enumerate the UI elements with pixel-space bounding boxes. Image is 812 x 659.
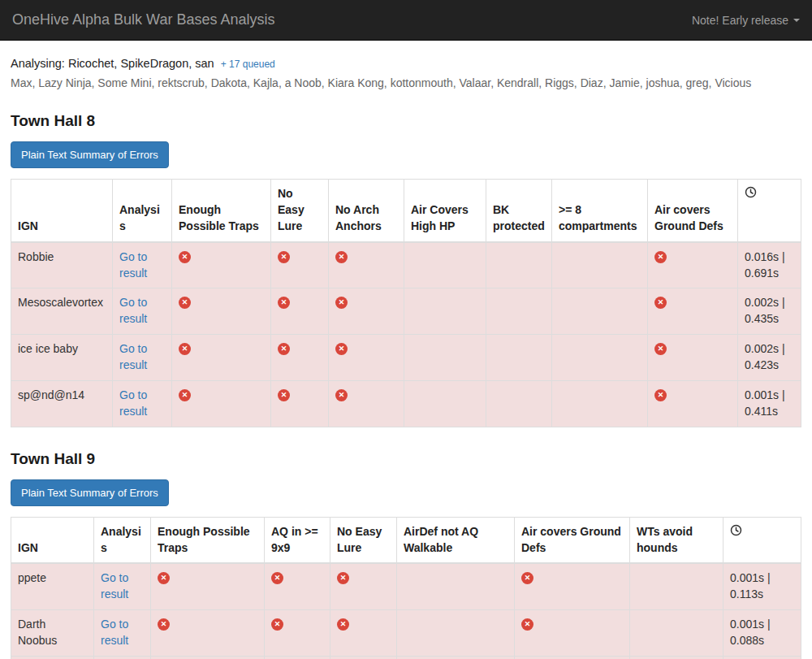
col-header-time bbox=[738, 180, 801, 242]
go-to-result-link[interactable]: Go to result bbox=[119, 342, 147, 371]
analysis-cell: Go to result bbox=[113, 380, 172, 427]
check-cell bbox=[265, 563, 330, 609]
queued-link[interactable]: + 17 queued bbox=[221, 59, 275, 70]
go-to-result-link[interactable]: Go to result bbox=[119, 250, 147, 280]
check-cell bbox=[330, 610, 397, 657]
go-to-result-link[interactable]: Go to result bbox=[101, 618, 128, 647]
table-row: ppete Go to result 0.001s | 0.113s bbox=[11, 563, 801, 609]
time-cell: 0.001s | 0.088s bbox=[723, 610, 801, 657]
clock-icon bbox=[745, 186, 757, 198]
error-icon bbox=[271, 618, 283, 631]
error-icon bbox=[654, 251, 667, 263]
col-header-enough-possible-traps: Enough Possible Traps bbox=[151, 517, 265, 563]
check-cell bbox=[630, 610, 723, 657]
check-cell bbox=[630, 656, 723, 659]
col-header-no-easy-lure: No Easy Lure bbox=[271, 180, 329, 242]
header-row: IGN Analysis Enough Possible Traps No Ea… bbox=[11, 180, 801, 242]
ign-cell: Darth Noobus bbox=[11, 610, 94, 657]
ign-cell: Mesoscalevortex bbox=[11, 288, 113, 335]
error-icon bbox=[271, 572, 283, 584]
check-cell bbox=[330, 563, 397, 609]
error-icon bbox=[335, 297, 348, 309]
time-cell: 0.002s | 0.423s bbox=[738, 335, 801, 381]
error-icon bbox=[158, 618, 170, 631]
navbar-note-dropdown[interactable]: Note! Early release bbox=[692, 14, 800, 27]
check-cell bbox=[271, 242, 329, 288]
col-header-air-covers-high-hp: Air Covers High HP bbox=[404, 180, 486, 242]
analysis-table-th9: IGN Analysis Enough Possible Traps AQ in… bbox=[11, 517, 801, 659]
time-cell: 0.016s | 0.691s bbox=[738, 242, 801, 288]
go-to-result-link[interactable]: Go to result bbox=[119, 388, 147, 418]
col-header-compartments: >= 8 compartments bbox=[552, 180, 648, 242]
check-cell bbox=[330, 656, 397, 659]
caret-down-icon bbox=[793, 19, 800, 22]
check-cell bbox=[397, 656, 515, 659]
table-row: Robbie Go to result 0.016s | 0.691s bbox=[11, 242, 801, 288]
analysis-cell: Go to result bbox=[113, 242, 172, 288]
clock-icon bbox=[730, 524, 742, 536]
main-content: Analysing: Ricochet, SpikeDragon, san + … bbox=[0, 57, 812, 659]
error-icon bbox=[654, 343, 667, 355]
check-cell bbox=[271, 288, 329, 335]
queue-list: Max, Lazy Ninja, Some Mini, rektscrub, D… bbox=[11, 76, 801, 89]
check-cell bbox=[515, 610, 630, 657]
navbar-note-label: Note! Early release bbox=[692, 14, 788, 27]
check-cell bbox=[271, 380, 329, 427]
check-cell bbox=[151, 656, 265, 659]
ign-cell: I AM SPARTA!!1! bbox=[11, 656, 94, 659]
check-cell bbox=[552, 380, 648, 427]
analysis-cell: Go to result bbox=[94, 563, 151, 609]
col-header-air-covers-ground-defs: Air covers Ground Defs bbox=[515, 517, 630, 563]
ign-cell: ppete bbox=[11, 563, 94, 609]
town-hall-8-section: Town Hall 8 Plain Text Summary of Errors… bbox=[11, 112, 801, 427]
navbar: OneHive Alpha Bulk War Bases Analysis No… bbox=[0, 0, 812, 41]
check-cell bbox=[265, 656, 330, 659]
check-cell bbox=[552, 335, 648, 381]
col-header-analysis: Analysis bbox=[113, 180, 172, 242]
analysing-text: Analysing: Ricochet, SpikeDragon, san bbox=[11, 57, 214, 70]
go-to-result-link[interactable]: Go to result bbox=[119, 296, 147, 325]
col-header-wts-avoid-hounds: WTs avoid hounds bbox=[630, 517, 723, 563]
check-cell bbox=[515, 563, 630, 609]
check-cell bbox=[486, 335, 552, 381]
section-title-th8: Town Hall 8 bbox=[11, 112, 801, 130]
check-cell bbox=[648, 288, 738, 335]
error-icon bbox=[278, 389, 290, 401]
navbar-title: OneHive Alpha Bulk War Bases Analysis bbox=[12, 11, 274, 28]
error-icon bbox=[337, 572, 349, 584]
ign-cell: Robbie bbox=[11, 242, 113, 288]
col-header-analysis: Analysis bbox=[94, 517, 151, 563]
table-row: Darth Noobus Go to result 0.001s | 0.088… bbox=[11, 610, 801, 657]
check-cell bbox=[271, 335, 329, 381]
check-cell bbox=[172, 335, 271, 381]
error-icon bbox=[179, 343, 191, 355]
error-icon bbox=[278, 297, 290, 309]
check-cell bbox=[265, 610, 330, 657]
table-row: ice ice baby Go to result 0.002s | 0.423… bbox=[11, 335, 801, 381]
analysis-table-th8: IGN Analysis Enough Possible Traps No Ea… bbox=[11, 179, 801, 427]
error-icon bbox=[179, 297, 191, 309]
check-cell bbox=[329, 242, 404, 288]
col-header-aq-in-9x9: AQ in >= 9x9 bbox=[265, 517, 330, 563]
error-icon bbox=[335, 251, 348, 263]
check-cell bbox=[397, 610, 515, 657]
check-cell bbox=[515, 656, 630, 659]
plain-text-summary-button-th9[interactable]: Plain Text Summary of Errors bbox=[11, 479, 169, 506]
analysis-cell: Go to result bbox=[94, 656, 151, 659]
error-icon bbox=[335, 343, 348, 355]
ign-cell: sp@nd@n14 bbox=[11, 380, 113, 427]
time-cell: 0.001s | 0.411s bbox=[738, 380, 801, 427]
check-cell bbox=[552, 288, 648, 335]
analysis-cell: Go to result bbox=[113, 288, 172, 335]
check-cell bbox=[648, 380, 738, 427]
error-icon bbox=[278, 343, 290, 355]
town-hall-9-section: Town Hall 9 Plain Text Summary of Errors… bbox=[11, 450, 801, 659]
check-cell bbox=[172, 380, 271, 427]
go-to-result-link[interactable]: Go to result bbox=[101, 571, 128, 600]
plain-text-summary-button-th8[interactable]: Plain Text Summary of Errors bbox=[11, 141, 169, 168]
section-title-th9: Town Hall 9 bbox=[11, 450, 801, 468]
check-cell bbox=[404, 288, 486, 335]
analysis-cell: Go to result bbox=[113, 335, 172, 381]
check-cell bbox=[151, 563, 265, 609]
header-row: IGN Analysis Enough Possible Traps AQ in… bbox=[11, 517, 801, 563]
